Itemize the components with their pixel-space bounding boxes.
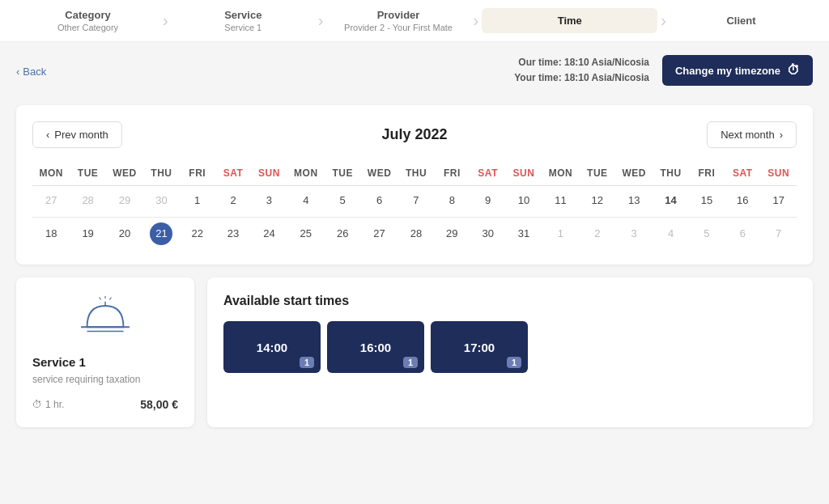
change-timezone-button[interactable]: Change my timezone ⏱ [662,55,813,86]
step-provider-title: Provider [377,9,420,21]
calendar-day[interactable]: 31 [506,219,542,248]
calendar-day[interactable]: 23 [215,219,251,248]
calendar-day[interactable]: 29 [434,219,470,248]
calendar-day[interactable]: 4 [287,186,325,215]
calendar-day[interactable]: 3 [615,219,653,248]
calendar-day[interactable]: 18 [32,219,70,248]
step-category-sub: Other Category [57,23,118,32]
weekday-wed1: WED [106,164,143,185]
calendar-day[interactable]: 26 [325,219,360,248]
calendar-day[interactable]: 12 [580,186,615,215]
calendar-day[interactable]: 16 [725,186,760,215]
calendar-day[interactable]: 11 [542,186,579,215]
weekday-tue2: TUE [325,164,360,185]
your-time-label: Your time: [514,72,561,83]
time-slot-label: 14:00 [257,341,287,354]
calendar-day[interactable]: 28 [398,219,434,248]
calendar-day[interactable]: 29 [106,186,143,215]
calendar-day[interactable]: 7 [398,186,434,215]
time-slot-2[interactable]: 17:001 [431,321,528,373]
back-link[interactable]: ‹ Back [16,66,46,78]
weekday-fri1: FRI [180,164,215,185]
calendar-day[interactable]: 2 [580,219,615,248]
weekday-thu3: THU [653,164,688,185]
step-service[interactable]: Service Service 1 [172,9,315,32]
change-timezone-label: Change my timezone [675,65,780,77]
calendar-day[interactable]: 10 [506,186,542,215]
weekday-sat2: SAT [470,164,506,185]
calendar-day[interactable]: 6 [725,219,760,248]
prev-month-button[interactable]: ‹ Prev month [32,121,122,148]
service-card: Service 1 service requiring taxation ⏱ 1… [16,277,194,427]
time-slot-1[interactable]: 16:001 [327,321,424,373]
calendar-day[interactable]: 14 [653,186,688,215]
clock-icon: ⏱ [787,63,800,78]
calendar-day[interactable]: 8 [434,186,470,215]
calendar-day[interactable]: 5 [325,186,360,215]
weekday-sun2: SUN [506,164,542,185]
service-meta: ⏱ 1 hr. 58,00 € [32,398,178,411]
calendar-day[interactable]: 9 [470,186,506,215]
available-times-title: Available start times [223,294,797,308]
step-category[interactable]: Category Other Category [16,9,159,32]
step-client[interactable]: Client [670,15,813,27]
back-label: Back [23,66,46,78]
next-month-button[interactable]: Next month › [707,121,797,148]
calendar-day[interactable]: 30 [470,219,506,248]
calendar-day[interactable]: 19 [70,219,105,248]
calendar-day[interactable]: 27 [32,186,70,215]
divider-2: › [318,11,324,30]
service-price: 58,00 € [140,398,178,411]
calendar-day[interactable]: 2 [215,186,251,215]
back-chevron-icon: ‹ [16,66,19,78]
calendar-day[interactable]: 30 [143,186,179,215]
calendar-day[interactable]: 3 [251,186,287,215]
step-provider-sub: Provider 2 - Your First Mate [344,23,453,32]
service-icon-wrap [32,294,178,342]
time-slot-label: 16:00 [360,341,391,354]
prev-chevron-icon: ‹ [46,129,49,141]
weekday-fri2: FRI [434,164,470,185]
calendar-day[interactable]: 24 [251,219,287,248]
clock-small-icon: ⏱ [32,399,42,410]
weekday-wed2: WED [360,164,397,185]
next-month-label: Next month [721,129,774,141]
calendar-day[interactable]: 17 [760,186,797,215]
calendar-day[interactable]: 28 [70,186,105,215]
weekday-mon1: MON [32,164,70,185]
calendar-table: MON TUE WED THU FRI SAT SUN MON TUE WED … [32,164,797,248]
calendar-day[interactable]: 4 [653,219,688,248]
calendar-day[interactable]: 20 [106,219,143,248]
weekday-fri3: FRI [689,164,725,185]
calendar-day[interactable]: 15 [689,186,725,215]
weekday-tue1: TUE [70,164,105,185]
step-provider[interactable]: Provider Provider 2 - Your First Mate [326,9,470,32]
step-time[interactable]: Time [482,8,657,33]
calendar-day[interactable]: 7 [760,219,797,248]
weekday-header-row: MON TUE WED THU FRI SAT SUN MON TUE WED … [32,164,797,185]
calendar-day[interactable]: 22 [180,219,215,248]
calendar-nav: ‹ Prev month July 2022 Next month › [32,121,797,148]
our-time-label: Our time: [518,57,561,68]
svg-line-4 [100,298,101,300]
calendar-day[interactable]: 5 [689,219,725,248]
times-grid: 14:00116:00117:001 [223,321,797,373]
slot-badge: 1 [507,357,521,368]
step-service-title: Service [224,9,261,21]
calendar-day[interactable]: 13 [615,186,653,215]
calendar-day[interactable]: 21 [143,219,179,248]
calendar-day[interactable]: 1 [180,186,215,215]
service-name: Service 1 [32,355,86,369]
calendar-day[interactable]: 1 [542,219,579,248]
timezone-bar: Our time: 18:10 Asia/Nicosia Your time: … [514,55,813,86]
calendar-day[interactable]: 25 [287,219,325,248]
slot-badge: 1 [300,357,314,368]
breadcrumb: Category Other Category › Service Servic… [0,0,829,42]
calendar-day[interactable]: 6 [360,186,397,215]
calendar-card: ‹ Prev month July 2022 Next month › MON … [16,105,813,265]
calendar-day[interactable]: 27 [360,219,397,248]
weekday-sun1: SUN [251,164,287,185]
prev-month-label: Prev month [54,129,108,141]
time-slot-0[interactable]: 14:001 [223,321,321,373]
calendar-row-0: 272829301234567891011121314151617 [32,186,797,215]
